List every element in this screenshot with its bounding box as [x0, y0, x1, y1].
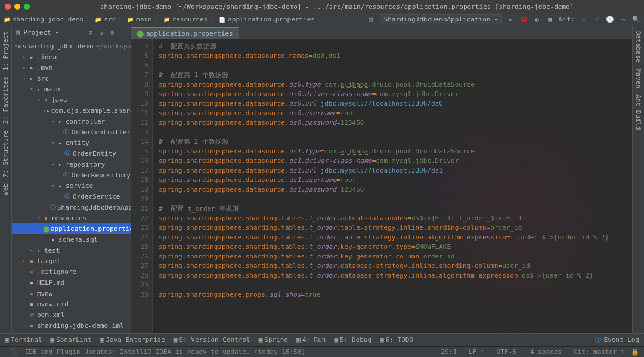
- minimize-icon[interactable]: [14, 4, 20, 10]
- caret-position[interactable]: 29:1: [441, 348, 457, 356]
- encoding[interactable]: UTF-8 ÷: [491, 348, 524, 356]
- toolwindow-tab[interactable]: ▣9: Version Control: [174, 336, 250, 344]
- tree-node[interactable]: ▸▸.idea: [12, 51, 131, 62]
- editor: ⬤application.properties 4567891011121314…: [131, 26, 632, 333]
- tree-node[interactable]: ▾▸src: [12, 73, 131, 84]
- status-message[interactable]: IDE and Plugin Updates: IntelliJ IDEA is…: [25, 348, 305, 356]
- toolwindow-tab[interactable]: ▣5: Debug: [334, 336, 371, 344]
- run-config-combo[interactable]: ShardingJdbcDemoApplication ▾: [380, 14, 502, 24]
- bottom-tool-bar: ▣Terminal▣SonarLint▣Java Enterprise▣9: V…: [0, 333, 644, 346]
- traffic-lights: [5, 4, 30, 10]
- breadcrumb[interactable]: 📁sharding-jdbc-demo〉📁src〉📁main〉📁resource…: [4, 15, 315, 24]
- tree-node[interactable]: ▾▸entity: [12, 137, 131, 148]
- build-icon[interactable]: ▤: [367, 16, 375, 24]
- tree-node[interactable]: ▪schema.sql: [12, 234, 131, 245]
- code-area[interactable]: 4567891011121314151617181920212223242526…: [131, 39, 632, 333]
- lock-icon[interactable]: 🔒: [631, 348, 639, 356]
- coverage-icon[interactable]: ◐: [533, 16, 541, 24]
- indent[interactable]: 4 spaces: [530, 348, 562, 356]
- right-tool-strip: DatabaseMavenAnt Build: [632, 26, 644, 333]
- vcs-update-icon[interactable]: ↙: [580, 16, 588, 24]
- gear-icon[interactable]: ⚙: [108, 29, 116, 37]
- tree-node[interactable]: ▾▸com.cjs.example.shardingjdbc: [12, 105, 131, 116]
- tree-node[interactable]: ▪.gitignore: [12, 266, 131, 277]
- tree-node[interactable]: ▾▸service: [12, 180, 131, 191]
- toolwindow-tab[interactable]: ▣Java Enterprise: [100, 336, 165, 344]
- vcs-history-icon[interactable]: 🕑: [606, 16, 614, 24]
- vcs-revert-icon[interactable]: ↶: [619, 16, 627, 24]
- project-tree[interactable]: ▾▪sharding-jdbc-demo~/Workspace/sharding…: [12, 39, 131, 333]
- run-icon[interactable]: ▶: [507, 16, 515, 24]
- toolwindow-tab[interactable]: ▣SonarLint: [51, 336, 92, 344]
- vcs-commit-icon[interactable]: ✓: [593, 16, 601, 24]
- tree-node[interactable]: ▪mvnw.cmd: [12, 298, 131, 309]
- tree-node[interactable]: ▪HELP.md: [12, 277, 131, 288]
- tree-node[interactable]: ▾▸controller: [12, 116, 131, 127]
- tree-node[interactable]: ⒸOrderEntity: [12, 148, 131, 159]
- tool-tab[interactable]: 1: Project: [1, 29, 10, 73]
- tree-node[interactable]: mpom.xml: [12, 309, 131, 320]
- tool-tab[interactable]: Database: [634, 29, 643, 65]
- titlebar: sharding-jdbc-demo [~/Workspace/sharding…: [0, 0, 644, 13]
- status-bar: ⬛ IDE and Plugin Updates: IntelliJ IDEA …: [0, 346, 644, 357]
- gutter: 4567891011121314151617181920212223242526…: [131, 39, 153, 333]
- window-title: sharding-jdbc-demo [~/Workspace/sharding…: [35, 3, 639, 11]
- tree-node[interactable]: ▾▸repository: [12, 159, 131, 170]
- debug-icon[interactable]: 🐞: [520, 16, 528, 24]
- toolwindow-tab[interactable]: ▣4: Run: [296, 336, 326, 344]
- tree-node[interactable]: ▪sharding-jdbc-demo.iml: [12, 320, 131, 331]
- tree-node[interactable]: ▾▸main: [12, 84, 131, 94]
- tree-node[interactable]: ⬤application.properties: [12, 223, 131, 234]
- tree-node[interactable]: ▾▪sharding-jdbc-demo~/Workspace/sharding…: [12, 41, 131, 51]
- toolwindow-tab[interactable]: ▣Spring: [259, 336, 288, 344]
- tab-application-properties[interactable]: ⬤application.properties: [131, 27, 239, 39]
- toolwindow-tab[interactable]: ▣Terminal: [5, 336, 42, 344]
- tool-tab[interactable]: Ant Build: [634, 92, 643, 133]
- event-log[interactable]: ⓘEvent Log: [595, 336, 639, 344]
- project-view-selector[interactable]: ▤ Project ▾: [16, 29, 59, 36]
- tree-node[interactable]: ▾▪java: [12, 94, 131, 105]
- tree-node[interactable]: ⒸOrderRepository: [12, 170, 131, 180]
- left-tool-strip: 1: Project2: Favorites7: StructureWeb: [0, 26, 12, 333]
- tree-node[interactable]: ▾▪resources: [12, 213, 131, 223]
- navigation-bar: 📁sharding-jdbc-demo〉📁src〉📁main〉📁resource…: [0, 13, 644, 26]
- line-separator[interactable]: LF ÷: [463, 348, 485, 356]
- locate-icon[interactable]: ⊙: [86, 29, 95, 37]
- project-tool-window: ▤ Project ▾ ⊙ ⇲ ⚙ — ▾▪sharding-jdbc-demo…: [12, 26, 131, 333]
- source[interactable]: # 配置真实数据源spring.shardingsphere.datasourc…: [153, 39, 632, 333]
- toolwindow-tab[interactable]: ▣6: TODO: [380, 336, 413, 344]
- expand-all-icon[interactable]: ⇲: [97, 29, 106, 37]
- hide-icon[interactable]: —: [119, 29, 127, 37]
- tool-tab[interactable]: Web: [1, 181, 10, 198]
- git-branch[interactable]: Git: master ⌥: [568, 348, 625, 356]
- tool-tab[interactable]: 7: Structure: [1, 128, 10, 180]
- tree-node[interactable]: ⒸOrderController: [12, 127, 131, 137]
- zoom-icon[interactable]: [24, 4, 30, 10]
- git-label: Git:: [559, 16, 575, 23]
- tool-tab[interactable]: Maven: [634, 66, 643, 91]
- tree-node[interactable]: ▸▸test: [12, 245, 131, 256]
- tree-node[interactable]: ▸▪target: [12, 256, 131, 266]
- tree-node[interactable]: ⒸOrderService: [12, 191, 131, 202]
- tree-node[interactable]: ▪mvnw: [12, 288, 131, 298]
- tool-tab[interactable]: 2: Favorites: [1, 74, 10, 126]
- tree-node[interactable]: ▸▸.mvn: [12, 62, 131, 73]
- search-everywhere-icon[interactable]: 🔍: [632, 16, 640, 24]
- close-icon[interactable]: [5, 4, 11, 10]
- tree-node[interactable]: ⒸShardingJdbcDemoApplication: [12, 202, 131, 213]
- stop-icon[interactable]: ■: [546, 16, 555, 24]
- editor-tabs: ⬤application.properties: [131, 26, 632, 39]
